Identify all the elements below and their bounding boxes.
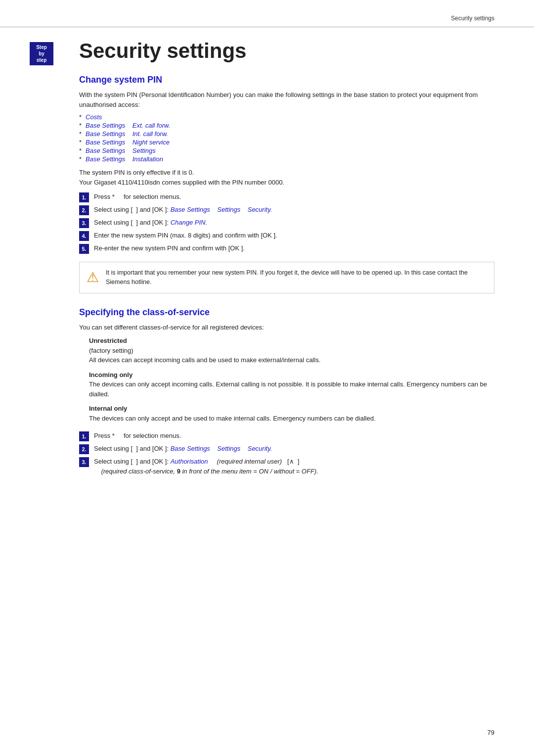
step-badge: Step by step: [30, 42, 53, 65]
step-text: Press * for selection menus.: [94, 431, 181, 441]
list-item: Base Settings Installation: [79, 155, 494, 163]
list-item: Base Settings Settings: [79, 147, 494, 154]
base-settings-night-link[interactable]: Base Settings Night service: [86, 139, 170, 146]
step-item: 3. Select using [ ] and [OK ]: Authorisa…: [79, 457, 494, 476]
base-settings-settings-link[interactable]: Base Settings Settings: [86, 147, 156, 154]
step-item: 1. Press * for selection menus.: [79, 192, 494, 202]
class-sub: (factory setting): [89, 347, 134, 354]
class-list: Unrestricted (factory setting) All devic…: [79, 336, 494, 423]
list-item: Costs: [79, 113, 494, 121]
page-number: 79: [488, 729, 494, 736]
class-desc: All devices can accept incoming calls an…: [89, 356, 320, 364]
section2-title: Specifying the class-of-service: [79, 307, 494, 318]
warning-icon: ⚠: [87, 269, 99, 285]
pin-note1: The system PIN is only effective if it i…: [79, 168, 494, 187]
header-title: Security settings: [451, 15, 494, 22]
step-number: 2.: [79, 205, 89, 215]
costs-link[interactable]: Costs: [86, 113, 102, 121]
step-item: 5. Re-enter the new system PIN and confi…: [79, 243, 494, 254]
list-item: Incoming only The devices can only accep…: [89, 370, 494, 399]
page-header: Security settings: [0, 0, 534, 27]
warning-box: ⚠ It is important that you remember your…: [79, 262, 494, 293]
list-item: Base Settings Ext. call forw.: [79, 122, 494, 129]
list-item: Internal only The devices can only accep…: [89, 404, 494, 423]
page-title: Security settings: [79, 39, 494, 63]
step-item: 2. Select using [ ] and [OK ]: Base Sett…: [79, 444, 494, 454]
step-item: 3. Select using [ ] and [OK ]: Change PI…: [79, 218, 494, 228]
class-name: Incoming only: [89, 371, 133, 378]
class-desc: The devices can only accept and be used …: [89, 415, 376, 422]
step-number: 1.: [79, 192, 89, 202]
step-number: 2.: [79, 444, 89, 454]
main-content: Security settings Change system PIN With…: [69, 37, 494, 484]
authorisation-link[interactable]: Authorisation: [171, 458, 208, 465]
step3-link[interactable]: Change PIN.: [171, 219, 207, 226]
class-name: Unrestricted: [89, 337, 127, 344]
step-number: 3.: [79, 457, 89, 467]
step-item: 1. Press * for selection menus.: [79, 431, 494, 441]
sidebar: Step by step: [30, 37, 69, 484]
section1-title: Change system PIN: [79, 75, 494, 85]
base-settings-int-link[interactable]: Base Settings Int. call forw.: [86, 130, 168, 138]
section1-intro: With the system PIN (Personal Identifica…: [79, 90, 494, 109]
step-text: Select using [ ] and [OK ]: Base Setting…: [94, 205, 272, 215]
step-text: Re-enter the new system PIN and confirm …: [94, 243, 245, 253]
step-number: 4.: [79, 231, 89, 241]
step-text: Select using [ ] and [OK ]: Base Setting…: [94, 444, 272, 454]
section2-steps: 1. Press * for selection menus. 2. Selec…: [79, 431, 494, 476]
s2-step2-link[interactable]: Base Settings Settings Security.: [171, 445, 272, 452]
step-item: 4. Enter the new system PIN (max. 8 digi…: [79, 231, 494, 241]
base-settings-installation-link[interactable]: Base Settings Installation: [86, 155, 163, 163]
step2-link[interactable]: Base Settings Settings Security.: [171, 206, 272, 213]
class-name: Internal only: [89, 405, 127, 412]
base-settings-ext-link[interactable]: Base Settings Ext. call forw.: [86, 122, 170, 129]
step-number: 5.: [79, 244, 89, 254]
step-text: Enter the new system PIN (max. 8 digits)…: [94, 231, 277, 240]
warning-text: It is important that you remember your n…: [106, 268, 487, 287]
step-text: Select using [ ] and [OK ]: Change PIN.: [94, 218, 207, 228]
step-number: 1.: [79, 431, 89, 441]
step-text: Select using [ ] and [OK ]: Authorisatio…: [94, 457, 318, 476]
step-item: 2. Select using [ ] and [OK ]: Base Sett…: [79, 205, 494, 215]
step-text: Press * for selection menus.: [94, 192, 181, 202]
list-item: Unrestricted (factory setting) All devic…: [89, 336, 494, 365]
section2-intro: You can set different classes-of-service…: [79, 323, 494, 332]
page-container: Step by step Security settings Change sy…: [0, 27, 534, 504]
list-item: Base Settings Night service: [79, 139, 494, 146]
bullet-list: Costs Base Settings Ext. call forw. Base…: [79, 113, 494, 163]
step-number: 3.: [79, 218, 89, 228]
list-item: Base Settings Int. call forw.: [79, 130, 494, 138]
class-desc: The devices can only accept incoming cal…: [89, 380, 487, 398]
section1-steps: 1. Press * for selection menus. 2. Selec…: [79, 192, 494, 254]
